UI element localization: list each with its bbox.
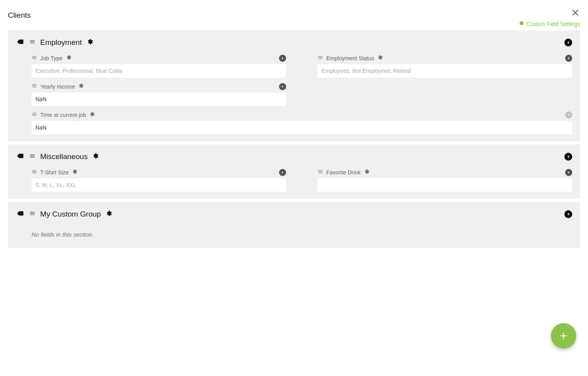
field: Employment Status — [318, 55, 572, 78]
group-card: EmploymentJob TypeEmployment StatusYearl… — [8, 30, 580, 141]
drag-handle-icon[interactable] — [32, 169, 37, 176]
field: Yearly Income — [32, 83, 286, 106]
settings-link-label: Custom Field Settings — [526, 21, 580, 27]
field-label: Yearly Income — [40, 83, 75, 90]
gear-icon[interactable] — [78, 83, 84, 90]
gear-icon[interactable] — [377, 55, 383, 62]
no-fields-message: No fields in this section. — [16, 226, 572, 241]
gear-icon[interactable] — [87, 39, 93, 46]
collapse-group-button[interactable] — [564, 39, 572, 46]
field-input[interactable] — [32, 93, 286, 106]
group-header: My Custom Group — [16, 209, 572, 219]
tag-icon — [16, 37, 24, 48]
field-toggle-button[interactable] — [279, 83, 286, 90]
page-title: Clients — [8, 11, 31, 20]
group-header: Miscellaneous — [16, 152, 572, 162]
field-toggle-button[interactable] — [565, 55, 572, 62]
gear-icon[interactable] — [72, 169, 77, 176]
field-label: Job Type — [40, 55, 63, 61]
field: T-Shirt Size — [32, 169, 286, 192]
drag-handle-icon[interactable] — [29, 153, 35, 161]
drag-handle-icon[interactable] — [32, 55, 37, 62]
drag-handle-icon[interactable] — [29, 210, 35, 218]
field-toggle-button[interactable] — [279, 55, 286, 62]
field-input[interactable] — [318, 64, 572, 78]
field-label: Time at current job — [40, 112, 86, 118]
close-icon[interactable] — [571, 8, 580, 19]
field-label: Employment Status — [326, 55, 374, 61]
group-title: My Custom Group — [40, 210, 101, 219]
gear-icon[interactable] — [92, 153, 99, 161]
custom-field-settings-link[interactable]: Custom Field Settings — [518, 20, 580, 27]
field: Job Type — [32, 55, 286, 78]
field-toggle-button[interactable] — [565, 169, 572, 176]
gear-icon[interactable] — [364, 169, 369, 176]
drag-handle-icon[interactable] — [32, 83, 37, 90]
drag-handle-icon[interactable] — [318, 169, 323, 176]
field-toggle-button[interactable] — [565, 111, 572, 119]
group-title: Miscellaneous — [40, 152, 87, 161]
gear-icon[interactable] — [106, 210, 112, 218]
field-input[interactable] — [318, 178, 572, 192]
group-card: MiscellaneousT-Shirt SizeFavorite Drink — [8, 144, 580, 199]
gear-icon[interactable] — [66, 55, 71, 62]
field-input[interactable] — [32, 121, 572, 134]
field-input[interactable] — [32, 178, 286, 192]
collapse-group-button[interactable] — [564, 210, 572, 218]
field-toggle-button[interactable] — [279, 169, 286, 176]
group-header: Employment — [16, 37, 572, 48]
drag-handle-icon[interactable] — [32, 111, 37, 119]
drag-handle-icon[interactable] — [318, 55, 323, 62]
field-label: Favorite Drink — [326, 169, 361, 176]
gear-icon[interactable] — [89, 111, 95, 119]
drag-handle-icon[interactable] — [29, 39, 35, 46]
gear-icon — [518, 20, 524, 27]
field: Time at current job — [32, 111, 572, 134]
field-input[interactable] — [32, 64, 286, 78]
group-card: My Custom GroupNo fields in this section… — [8, 202, 580, 248]
add-button[interactable] — [551, 323, 576, 348]
collapse-group-button[interactable] — [564, 153, 572, 161]
tag-icon — [16, 152, 24, 162]
group-title: Employment — [40, 38, 82, 47]
tag-icon — [16, 209, 24, 219]
field: Favorite Drink — [318, 169, 572, 192]
field-label: T-Shirt Size — [40, 169, 69, 176]
